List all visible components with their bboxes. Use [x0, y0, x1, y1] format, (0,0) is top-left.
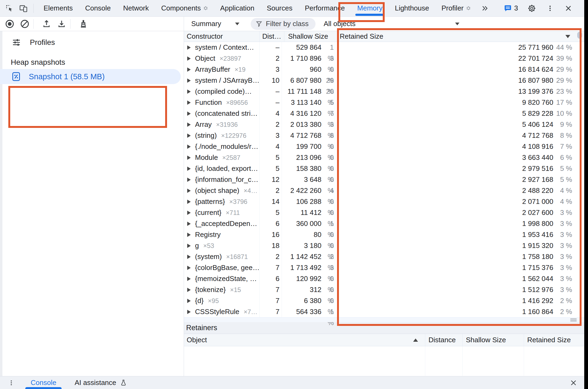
- settings-gear-icon[interactable]: [527, 4, 536, 13]
- expand-arrow-icon[interactable]: [187, 78, 191, 83]
- column-header-retained-size[interactable]: Retained Size: [337, 31, 584, 42]
- device-toolbar-icon[interactable]: [19, 4, 28, 13]
- retainers-column-retained-size[interactable]: Retained Size: [524, 334, 584, 346]
- table-row[interactable]: (object shape) ×4… 2 2 422 260 4 % 2 488…: [184, 185, 584, 196]
- expand-arrow-icon[interactable]: [187, 222, 191, 226]
- issues-button[interactable]: 3: [504, 4, 518, 12]
- objects-scope-select[interactable]: All objects: [324, 20, 459, 28]
- expand-arrow-icon[interactable]: [187, 211, 191, 215]
- shallow-percent-cell: 0 %: [322, 295, 335, 306]
- drawer-menu-icon[interactable]: [8, 380, 15, 386]
- close-drawer-icon[interactable]: [570, 379, 577, 387]
- constructor-name: {patterns}: [195, 197, 225, 206]
- tab-application[interactable]: Application: [214, 0, 261, 17]
- perspective-select[interactable]: Summary: [191, 20, 239, 28]
- tab-performance[interactable]: Performance: [299, 0, 351, 17]
- table-row[interactable]: {tokenize} ×15 7 312 0 % 1 512 976 3 %: [184, 284, 584, 295]
- table-row[interactable]: (compiled code)… – 11 711 148 20 % 13 19…: [184, 86, 584, 97]
- toolbar-divider: [70, 19, 70, 29]
- expand-arrow-icon[interactable]: [187, 255, 191, 259]
- expand-arrow-icon[interactable]: [187, 266, 191, 270]
- expand-arrow-icon[interactable]: [187, 111, 191, 116]
- tab-network[interactable]: Network: [117, 0, 155, 17]
- expand-arrow-icon[interactable]: [187, 244, 191, 248]
- tab-sources[interactable]: Sources: [261, 0, 299, 17]
- retained-size-cell: 1 758 180: [335, 251, 553, 262]
- expand-arrow-icon[interactable]: [187, 178, 191, 182]
- drawer-tab-ai-assistance[interactable]: AI assistance: [72, 376, 129, 389]
- table-scrollbar-thumb[interactable]: [577, 32, 582, 39]
- table-row[interactable]: ArrayBuffer ×19 3 960 0 % 16 814 624 29 …: [184, 64, 584, 75]
- table-row[interactable]: {patterns} ×3796 14 106 288 0 % 2 071 00…: [184, 196, 584, 207]
- retainers-column-distance[interactable]: Distance: [425, 334, 462, 346]
- snapshot-item[interactable]: Snapshot 1 (58.5 MB): [0, 69, 181, 84]
- retainers-column-object[interactable]: Object: [184, 334, 425, 346]
- tab-profiler[interactable]: Profiler: [435, 0, 477, 17]
- table-row[interactable]: {current} ×711 5 11 412 0 % 2 027 600 3 …: [184, 207, 584, 218]
- table-row[interactable]: (system) ×16871 2 1 142 452 2 % 1 758 18…: [184, 251, 584, 262]
- constructor-name: Registry: [195, 230, 221, 239]
- table-row[interactable]: (string) ×122976 3 4 712 768 8 % 4 712 7…: [184, 130, 584, 141]
- more-tabs-icon[interactable]: [480, 4, 489, 13]
- table-row[interactable]: Object ×23897 2 1 710 896 3 % 22 701 724…: [184, 53, 584, 64]
- table-row[interactable]: {./node_modules/r… 4 199 700 0 % 4 108 9…: [184, 141, 584, 152]
- table-row[interactable]: Registry 16 80 0 % 1 953 416 3 %: [184, 229, 584, 240]
- kebab-menu-icon[interactable]: [546, 4, 555, 13]
- expand-arrow-icon[interactable]: [187, 288, 191, 292]
- save-profile-icon[interactable]: [56, 19, 67, 29]
- expand-arrow-icon[interactable]: [187, 56, 191, 61]
- expand-arrow-icon[interactable]: [187, 167, 191, 171]
- constructor-name: {id, loaded, export…: [195, 164, 258, 173]
- profiles-header[interactable]: Profiles: [0, 35, 184, 50]
- table-row[interactable]: Module ×2587 5 213 096 0 % 3 663 440 6 %: [184, 152, 584, 163]
- column-header-distance[interactable]: Dist…: [259, 31, 284, 42]
- expand-arrow-icon[interactable]: [187, 123, 191, 127]
- table-row[interactable]: (concatenated stri… 4 4 316 120 7 % 5 82…: [184, 108, 584, 119]
- expand-arrow-icon[interactable]: [187, 233, 191, 237]
- expand-arrow-icon[interactable]: [187, 145, 191, 149]
- expand-arrow-icon[interactable]: [187, 310, 191, 314]
- expand-arrow-icon[interactable]: [187, 89, 191, 94]
- table-row[interactable]: {information_for_c… 12 3 648 0 % 2 927 1…: [184, 174, 584, 185]
- retainers-splitter[interactable]: [184, 317, 584, 322]
- table-row[interactable]: system / Context… – 529 864 1 % 25 771 9…: [184, 42, 584, 53]
- tab-elements[interactable]: Elements: [37, 0, 79, 17]
- devtools-tabbar: Elements Console Network Components Appl…: [0, 0, 588, 17]
- column-header-shallow-size[interactable]: Shallow Size: [284, 31, 337, 42]
- table-row[interactable]: {d} ×95 7 6 380 0 % 1 416 292 2 %: [184, 295, 584, 306]
- table-row[interactable]: system / JSArrayB… 10 6 807 980 29 % 16 …: [184, 75, 584, 86]
- expand-arrow-icon[interactable]: [187, 299, 191, 303]
- constructor-cell: {./node_modules/r…: [184, 141, 259, 152]
- close-devtools-icon[interactable]: [564, 4, 573, 13]
- expand-arrow-icon[interactable]: [187, 45, 191, 50]
- table-row[interactable]: {memoizedState, … 6 120 992 0 % 1 562 04…: [184, 273, 584, 284]
- expand-arrow-icon[interactable]: [187, 67, 191, 72]
- table-row[interactable]: {_acceptedDepen… 6 360 000 1 % 1 998 800…: [184, 218, 584, 229]
- column-header-constructor[interactable]: Constructor: [184, 31, 259, 42]
- table-row[interactable]: Array ×31936 2 2 013 380 3 % 5 406 124 9…: [184, 119, 584, 130]
- retainers-column-shallow-size[interactable]: Shallow Size: [462, 334, 524, 346]
- drawer-tab-console[interactable]: Console: [29, 376, 58, 389]
- tab-components[interactable]: Components: [155, 0, 214, 17]
- table-row[interactable]: g ×53 18 3 180 0 % 1 915 320 3 %: [184, 240, 584, 251]
- tab-lighthouse[interactable]: Lighthouse: [389, 0, 435, 17]
- clean-garbage-icon[interactable]: [78, 19, 89, 29]
- tab-memory[interactable]: Memory: [351, 0, 389, 17]
- inspect-element-icon[interactable]: [5, 4, 14, 13]
- tab-console[interactable]: Console: [79, 0, 117, 17]
- constructor-cell: (concatenated stri…: [184, 108, 259, 119]
- class-filter-input[interactable]: Filter by class: [251, 18, 316, 30]
- table-row[interactable]: CSSStyleRule ×7… 7 564 336 1 % 1 160 864…: [184, 306, 584, 317]
- expand-arrow-icon[interactable]: [187, 189, 191, 193]
- clear-profiles-icon[interactable]: [19, 19, 30, 29]
- expand-arrow-icon[interactable]: [187, 100, 191, 105]
- table-row[interactable]: Function ×89656 – 3 113 140 5 % 9 820 76…: [184, 97, 584, 108]
- load-profile-icon[interactable]: [41, 19, 52, 29]
- record-heap-snapshot-icon[interactable]: [4, 19, 15, 29]
- expand-arrow-icon[interactable]: [187, 156, 191, 160]
- table-row[interactable]: {colorBgBase, gee… 7 1 713 492 3 % 1 715…: [184, 262, 584, 273]
- expand-arrow-icon[interactable]: [187, 277, 191, 281]
- table-row[interactable]: {id, loaded, export… 5 158 380 0 % 2 979…: [184, 163, 584, 174]
- expand-arrow-icon[interactable]: [187, 200, 191, 204]
- expand-arrow-icon[interactable]: [187, 134, 191, 138]
